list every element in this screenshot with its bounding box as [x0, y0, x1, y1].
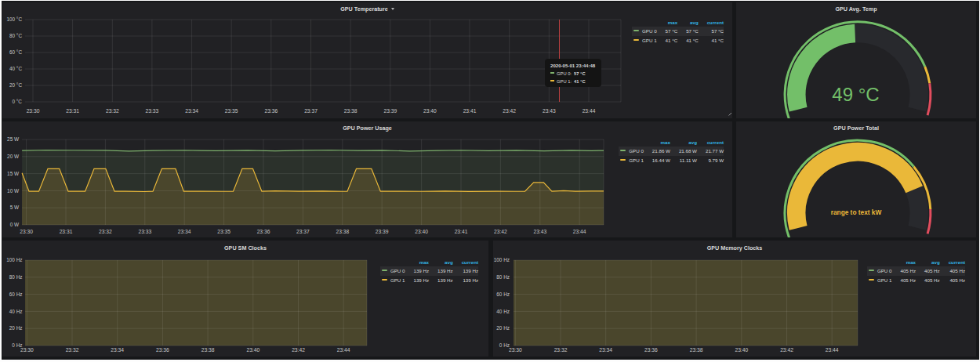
svg-text:23:30: 23:30 — [20, 347, 34, 353]
svg-text:23:37: 23:37 — [296, 229, 310, 234]
svg-text:23:36: 23:36 — [257, 229, 270, 234]
svg-text:23:42: 23:42 — [503, 108, 516, 114]
svg-text:23:44: 23:44 — [573, 229, 586, 234]
svg-text:80 °C: 80 °C — [9, 33, 22, 38]
svg-text:23:38: 23:38 — [201, 347, 215, 353]
svg-text:23:34: 23:34 — [185, 108, 198, 114]
svg-text:100 °C: 100 °C — [6, 16, 22, 22]
svg-text:80 Hz: 80 Hz — [9, 274, 23, 280]
svg-text:80 Hz: 80 Hz — [496, 274, 510, 280]
svg-text:23:40: 23:40 — [415, 229, 428, 234]
svg-text:23:30: 23:30 — [509, 347, 522, 353]
svg-text:0 °C: 0 °C — [12, 99, 22, 104]
svg-text:23:42: 23:42 — [494, 229, 507, 234]
svg-text:23:33: 23:33 — [146, 108, 159, 114]
svg-text:10 W: 10 W — [7, 188, 20, 194]
svg-text:23:32: 23:32 — [66, 347, 79, 353]
svg-text:23:44: 23:44 — [337, 347, 350, 353]
svg-text:23:30: 23:30 — [20, 229, 33, 234]
svg-text:40 Hz: 40 Hz — [9, 309, 23, 314]
svg-text:23:34: 23:34 — [599, 347, 612, 353]
svg-text:23:35: 23:35 — [225, 108, 238, 114]
svg-text:60 °C: 60 °C — [9, 49, 22, 55]
svg-text:23:43: 23:43 — [533, 229, 546, 234]
svg-text:23:42: 23:42 — [292, 347, 305, 353]
svg-text:23:30: 23:30 — [27, 108, 40, 114]
svg-text:40 Hz: 40 Hz — [496, 309, 510, 314]
svg-text:25 W: 25 W — [7, 136, 20, 142]
svg-text:23:32: 23:32 — [106, 108, 119, 114]
svg-text:23:43: 23:43 — [543, 108, 556, 114]
svg-text:range to text kW: range to text kW — [831, 208, 882, 216]
svg-text:23:35: 23:35 — [217, 229, 230, 234]
svg-text:23:31: 23:31 — [66, 108, 79, 114]
svg-text:23:38: 23:38 — [336, 229, 349, 234]
svg-text:5 W: 5 W — [10, 205, 20, 210]
svg-text:23:38: 23:38 — [690, 347, 703, 353]
svg-text:23:36: 23:36 — [264, 108, 278, 114]
svg-text:23:34: 23:34 — [111, 347, 124, 353]
svg-text:23:40: 23:40 — [423, 108, 437, 114]
svg-text:23:44: 23:44 — [583, 108, 596, 114]
svg-text:23:36: 23:36 — [156, 347, 169, 353]
svg-text:15 W: 15 W — [7, 171, 20, 176]
svg-text:23:32: 23:32 — [554, 347, 568, 353]
svg-text:23:44: 23:44 — [826, 347, 839, 353]
svg-text:60 Hz: 60 Hz — [496, 291, 510, 297]
svg-text:23:32: 23:32 — [99, 229, 112, 234]
svg-text:23:42: 23:42 — [780, 347, 793, 353]
svg-text:23:36: 23:36 — [644, 347, 658, 353]
svg-text:23:31: 23:31 — [60, 229, 73, 234]
svg-text:20 Hz: 20 Hz — [496, 325, 510, 331]
svg-text:40 °C: 40 °C — [9, 66, 22, 71]
svg-text:23:40: 23:40 — [735, 347, 748, 353]
svg-text:23:34: 23:34 — [178, 229, 191, 234]
svg-text:23:41: 23:41 — [463, 108, 477, 114]
svg-text:20 W: 20 W — [7, 154, 20, 159]
svg-text:60 Hz: 60 Hz — [9, 291, 23, 297]
svg-text:23:37: 23:37 — [304, 108, 318, 114]
svg-text:23:41: 23:41 — [455, 229, 468, 234]
svg-text:100 Hz: 100 Hz — [6, 257, 22, 262]
svg-text:23:38: 23:38 — [344, 108, 358, 114]
svg-text:0 W: 0 W — [10, 222, 20, 227]
svg-text:23:33: 23:33 — [138, 229, 151, 234]
svg-text:20 °C: 20 °C — [9, 82, 22, 88]
svg-text:20 Hz: 20 Hz — [9, 325, 23, 331]
svg-text:23:39: 23:39 — [383, 108, 397, 114]
svg-text:49 °C: 49 °C — [832, 84, 879, 105]
svg-text:100 Hz: 100 Hz — [494, 257, 510, 262]
svg-text:23:40: 23:40 — [246, 347, 260, 353]
svg-text:23:39: 23:39 — [376, 229, 389, 234]
